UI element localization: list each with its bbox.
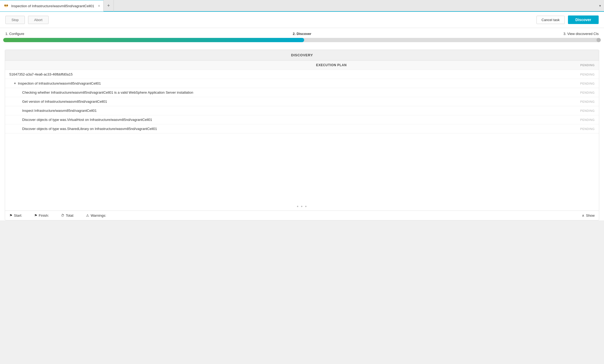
col-status-header: PENDING bbox=[568, 64, 595, 67]
panel-footer: ⚑ Start: ⚑ Finish: ⏱ Total: ⚠ Warnings: … bbox=[5, 211, 599, 220]
table-row: Discover objects of type was.SharedLibra… bbox=[5, 124, 599, 133]
discovery-header: DISCOVERY bbox=[5, 50, 599, 61]
table-row: Discover objects of type was.VirtualHost… bbox=[5, 115, 599, 124]
progress-track-fill bbox=[5, 38, 302, 42]
show-label: Show bbox=[586, 213, 595, 217]
total-label: Total: bbox=[66, 213, 74, 217]
flag-finish-icon: ⚑ bbox=[34, 213, 37, 217]
row-status-cell: PENDING bbox=[568, 82, 595, 85]
row-name-cell: Discover objects of type was.SharedLibra… bbox=[22, 127, 568, 131]
tab-dropdown-button[interactable]: ▾ bbox=[596, 0, 604, 11]
start-field: ⚑ Start: bbox=[9, 213, 23, 217]
active-tab[interactable]: Inspection of Infrastructure/wasvm85nd/v… bbox=[0, 0, 104, 11]
svg-point-3 bbox=[7, 5, 8, 6]
discovery-panel: DISCOVERY EXECUTION PLAN PENDING 5164735… bbox=[5, 50, 599, 220]
table-row: Inspect Infrastructure/wasvm85nd/vagrant… bbox=[5, 106, 599, 115]
row-id-cell: 51647352-a3a7-4ea6-ac33-46fbbffd0a15 bbox=[9, 72, 95, 76]
table-row: Get version of Infrastructure/wasvm85nd/… bbox=[5, 97, 599, 106]
steps-section: 1. Configure 2. Discover 3. View discove… bbox=[0, 28, 604, 47]
chevron-up-icon: ∧ bbox=[582, 213, 585, 217]
step3-dot bbox=[597, 38, 601, 42]
step3-label: 3. View discovered CIs bbox=[401, 32, 599, 36]
row-status-cell: PENDING bbox=[568, 109, 595, 112]
content-spacer bbox=[5, 133, 599, 203]
progress-area bbox=[5, 38, 599, 47]
table-row: Checking whether Infrastructure/wasvm85n… bbox=[5, 88, 599, 97]
row-name-cell: Inspect Infrastructure/wasvm85nd/vagrant… bbox=[22, 109, 568, 113]
row-status-cell: PENDING bbox=[568, 91, 595, 94]
row-name-cell: Checking whether Infrastructure/wasvm85n… bbox=[22, 90, 568, 94]
row-name-cell: Get version of Infrastructure/wasvm85nd/… bbox=[22, 100, 568, 104]
row-status-cell: PENDING bbox=[568, 118, 595, 121]
finish-label: Finish: bbox=[39, 213, 49, 217]
main-content: Stop Abort Cancel task Discover 1. Confi… bbox=[0, 12, 604, 220]
svg-point-2 bbox=[5, 5, 6, 6]
new-tab-button[interactable]: + bbox=[104, 0, 114, 11]
clock-icon: ⏱ bbox=[61, 213, 64, 217]
step1-label: 1. Configure bbox=[5, 32, 203, 36]
flag-start-icon: ⚑ bbox=[9, 213, 13, 217]
tab-title: Inspection of Infrastructure/wasvm85nd/v… bbox=[11, 4, 94, 8]
tab-close-button[interactable]: × bbox=[98, 4, 100, 8]
table-row: ▼ Inspection of Infrastructure/wasvm85nd… bbox=[5, 79, 599, 88]
step1-dot bbox=[3, 38, 7, 42]
step2-label: 2. Discover bbox=[203, 32, 401, 36]
table-row: 51647352-a3a7-4ea6-ac33-46fbbffd0a15 PEN… bbox=[5, 70, 599, 79]
finish-field: ⚑ Finish: bbox=[34, 213, 50, 217]
tab-bar: Inspection of Infrastructure/wasvm85nd/v… bbox=[0, 0, 604, 12]
table-header: EXECUTION PLAN PENDING bbox=[5, 61, 599, 70]
discover-button[interactable]: Discover bbox=[568, 15, 599, 24]
warnings-label: Warnings: bbox=[91, 213, 106, 217]
warnings-field: ⚠ Warnings: bbox=[86, 213, 107, 217]
abort-button[interactable]: Abort bbox=[28, 16, 49, 24]
show-button[interactable]: ∧ Show bbox=[582, 213, 595, 217]
start-label: Start: bbox=[14, 213, 22, 217]
total-field: ⏱ Total: bbox=[61, 213, 75, 217]
row-status-cell: PENDING bbox=[568, 100, 595, 103]
warning-icon: ⚠ bbox=[86, 213, 89, 217]
app-logo-icon bbox=[3, 3, 9, 9]
row-status-cell: PENDING bbox=[568, 73, 595, 76]
chevron-down-icon: ▼ bbox=[14, 82, 16, 85]
toolbar: Stop Abort Cancel task Discover bbox=[0, 12, 604, 28]
row-name-cell: Inspection of Infrastructure/wasvm85nd/v… bbox=[18, 81, 101, 85]
row-name-cell: Discover objects of type was.VirtualHost… bbox=[22, 118, 568, 122]
step2-dot bbox=[300, 38, 304, 42]
col-exec-header: EXECUTION PLAN bbox=[95, 63, 568, 67]
row-status-cell: PENDING bbox=[568, 127, 595, 130]
drag-handle[interactable]: • • • bbox=[5, 203, 599, 211]
cancel-task-button[interactable]: Cancel task bbox=[536, 16, 565, 24]
row-id-value: 51647352-a3a7-4ea6-ac33-46fbbffd0a15 bbox=[9, 72, 73, 76]
stop-button[interactable]: Stop bbox=[5, 16, 25, 24]
